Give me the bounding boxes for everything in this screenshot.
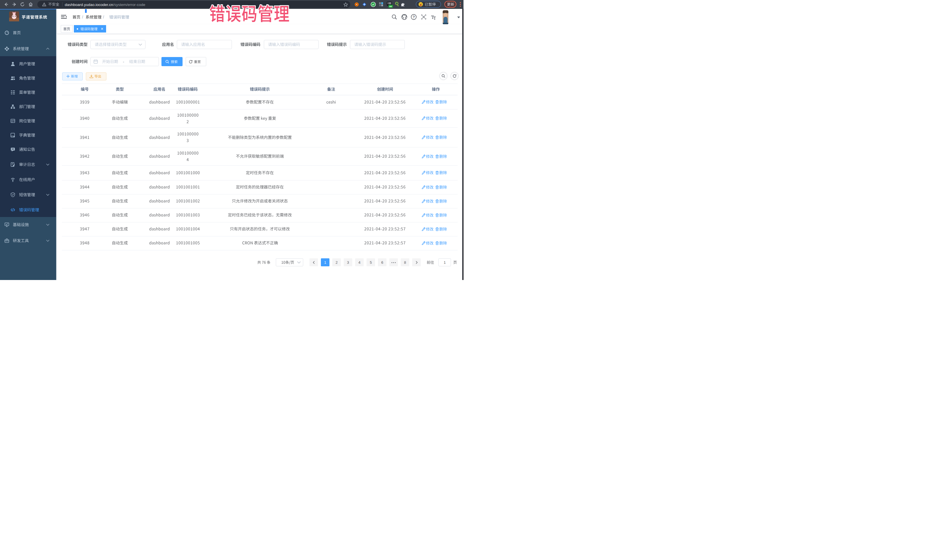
svg-text:on: on — [389, 5, 392, 8]
svg-text:?: ? — [413, 15, 415, 19]
